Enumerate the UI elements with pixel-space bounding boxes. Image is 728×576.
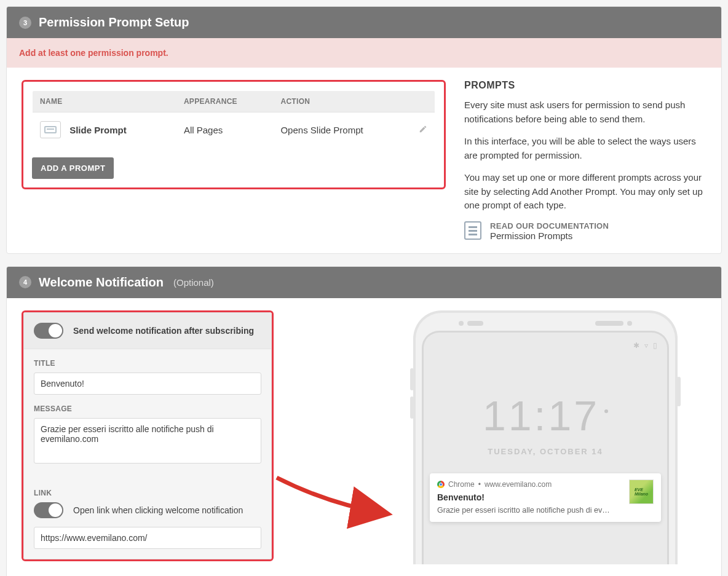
step-optional: (Optional) (173, 277, 214, 288)
notif-app-logo: EVEMilano (629, 479, 654, 504)
help-heading: PROMPTS (464, 80, 706, 91)
documentation-icon (464, 221, 481, 240)
edit-icon[interactable] (419, 125, 427, 135)
prompts-help: PROMPTS Every site must ask users for pe… (464, 80, 706, 241)
send-welcome-toggle-label: Send welcome notification after subscrib… (73, 326, 254, 336)
doc-heading: READ OUR DOCUMENTATION (490, 221, 609, 231)
chrome-icon (437, 481, 445, 488)
row-appearance: All Pages (176, 112, 274, 148)
doc-link[interactable]: Permission Prompts (490, 231, 609, 241)
error-banner: Add at least one permission prompt. (7, 38, 721, 68)
row-action: Opens Slide Prompt (273, 112, 411, 148)
welcome-notification-panel: 4 Welcome Notification (Optional) Send w… (6, 266, 722, 577)
row-name: Slide Prompt (69, 125, 127, 135)
notification-preview: Chrome • www.evemilano.com Benvenuto! Gr… (430, 473, 661, 523)
prompts-table: NAME APPEARANCE ACTION Slide Prompt (32, 90, 435, 148)
message-label: MESSAGE (34, 404, 261, 413)
help-p2: In this interface, you will be able to s… (464, 135, 706, 162)
lock-clock: 11:17 (430, 392, 661, 440)
wifi-icon: ▿ (644, 341, 648, 350)
bluetooth-icon: ✱ (633, 341, 639, 350)
panel-header: 3 Permission Prompt Setup (7, 7, 721, 38)
message-input[interactable]: Grazie per esseri iscritto alle notifich… (34, 418, 261, 464)
table-row[interactable]: Slide Prompt All Pages Opens Slide Promp… (33, 112, 435, 148)
step-number: 4 (19, 276, 31, 288)
help-p3: You may set up one or more different pro… (464, 171, 706, 213)
step-title: Welcome Notification (39, 275, 164, 290)
prompt-table-highlight: NAME APPEARANCE ACTION Slide Prompt (22, 80, 446, 189)
status-icons: ✱ ▿ ▯ (430, 341, 661, 355)
open-link-toggle[interactable] (34, 502, 63, 518)
notif-domain: www.evemilano.com (485, 479, 552, 490)
link-label: LINK (34, 489, 261, 497)
title-label: TITLE (34, 359, 261, 368)
lock-date: TUESDAY, OCTOBER 14 (430, 447, 661, 456)
step-number: 3 (19, 17, 31, 29)
notif-title: Benvenuto! (437, 492, 623, 504)
col-action: ACTION (273, 91, 411, 112)
battery-icon: ▯ (653, 341, 657, 350)
title-input[interactable] (34, 373, 261, 395)
help-p1: Every site must ask users for permission… (464, 98, 706, 126)
panel-header: 4 Welcome Notification (Optional) (7, 267, 721, 298)
step-title: Permission Prompt Setup (39, 15, 189, 30)
slide-prompt-icon (40, 121, 61, 138)
col-name: NAME (33, 91, 176, 112)
col-appearance: APPEARANCE (176, 91, 274, 112)
notif-browser: Chrome (448, 479, 475, 490)
welcome-form: Send welcome notification after subscrib… (23, 312, 272, 559)
send-welcome-toggle[interactable] (34, 323, 63, 339)
phone-preview: ✱ ▿ ▯ 11:17 TUESDAY, OCTOBER 14 Chrome • (413, 310, 678, 564)
open-link-toggle-label: Open link when clicking welcome notifica… (73, 505, 243, 515)
link-input[interactable] (34, 527, 261, 549)
add-prompt-button[interactable]: ADD A PROMPT (32, 157, 114, 179)
welcome-form-highlight: Send welcome notification after subscrib… (22, 310, 274, 561)
annotation-arrow (280, 310, 378, 544)
notif-message: Grazie per esseri iscritto alle notifich… (437, 505, 622, 516)
permission-prompt-panel: 3 Permission Prompt Setup Add at least o… (6, 6, 722, 254)
